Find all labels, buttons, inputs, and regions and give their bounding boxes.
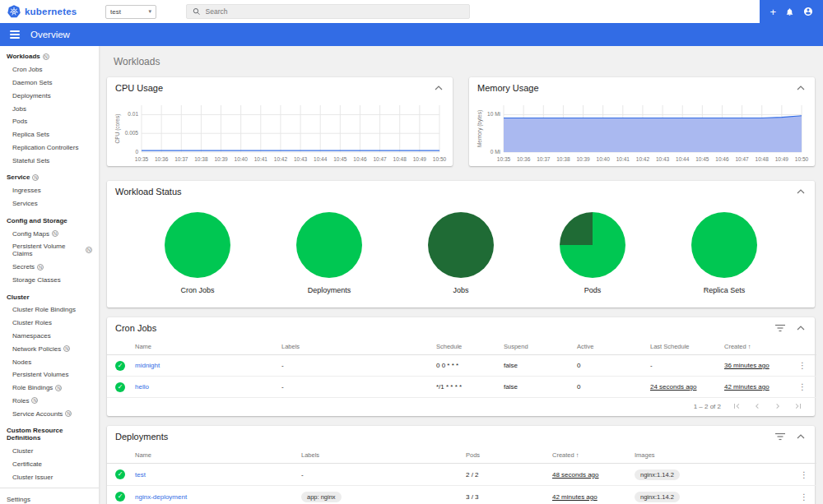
sidebar-item-pods[interactable]: Pods (0, 115, 99, 128)
sidebar-item-label: Persistent Volume Claims (12, 243, 83, 257)
pagination-range: 1 – 2 of 2 (694, 403, 721, 410)
cell-pods: 3 / 3 (463, 486, 549, 504)
sidebar-item-cron-jobs[interactable]: Cron Jobs (0, 63, 99, 76)
name-link[interactable]: midnight (135, 362, 160, 369)
workload-status-pies: Cron JobsDeploymentsJobsPodsReplica Sets (107, 202, 815, 307)
collapse-button[interactable] (433, 84, 444, 92)
sidebar-item-services[interactable]: Services (0, 197, 99, 210)
previous-page-button[interactable] (752, 401, 762, 411)
column-header-labels[interactable]: Labels (298, 447, 463, 464)
sidebar-item-stateful-sets[interactable]: Stateful Sets (0, 154, 99, 167)
search-bar (186, 4, 470, 19)
brand-link[interactable]: kubernetes (0, 5, 99, 18)
status-column-header (107, 447, 132, 464)
sidebar-item-persistent-volume-claims[interactable]: Persistent Volume ClaimsN (0, 240, 99, 261)
page-title: Workloads (114, 56, 815, 67)
svg-text:10:42: 10:42 (274, 156, 288, 162)
name-link[interactable]: hello (135, 383, 149, 391)
sidebar-item-ingresses[interactable]: Ingresses (0, 184, 99, 197)
column-header-name[interactable]: Name (132, 339, 278, 355)
table-row-hello: ✓hello-*/1 * * * *false024 seconds ago42… (107, 377, 816, 398)
column-header-last-schedule[interactable]: Last Schedule (647, 339, 721, 355)
sidebar-item-cluster-issuer[interactable]: Cluster Issuer (0, 470, 99, 483)
namespaced-badge-icon: N (63, 345, 70, 352)
account-button[interactable] (803, 7, 813, 16)
sidebar-item-certificate[interactable]: Certificate (0, 458, 99, 471)
filter-button[interactable] (774, 431, 787, 442)
sidebar-item-nodes[interactable]: Nodes (0, 355, 99, 368)
cell-created: 42 minutes ago (721, 377, 792, 398)
sidebar-item-cluster-role-bindings[interactable]: Cluster Role Bindings (0, 303, 99, 317)
column-header-name[interactable]: Name (132, 447, 298, 464)
actions-column-header (792, 339, 816, 355)
column-header-active[interactable]: Active (574, 339, 647, 355)
cell-name: nginx-deployment (132, 486, 298, 504)
menu-button[interactable] (8, 29, 21, 40)
first-page-button[interactable] (732, 401, 742, 411)
relative-time: 24 seconds ago (650, 383, 697, 391)
column-header-schedule[interactable]: Schedule (433, 339, 500, 355)
collapse-button[interactable] (795, 324, 807, 332)
collapse-button[interactable] (795, 187, 807, 196)
cell-name: midnight (132, 355, 278, 377)
sidebar-item-network-policies[interactable]: Network PoliciesN (0, 342, 99, 355)
create-resource-button[interactable]: + (770, 7, 776, 17)
sidebar-item-label: Stateful Sets (12, 157, 49, 164)
filter-button[interactable] (774, 322, 787, 334)
sidebar-item-secrets[interactable]: SecretsN (0, 261, 99, 274)
sidebar-item-daemon-sets[interactable]: Daemon Sets (0, 76, 99, 90)
svg-text:10:48: 10:48 (756, 156, 770, 162)
sidebar-item-cluster-roles[interactable]: Cluster Roles (0, 317, 99, 330)
sidebar-item-jobs[interactable]: Jobs (0, 102, 99, 115)
sidebar-item-replica-sets[interactable]: Replica Sets (0, 128, 99, 141)
sidebar-item-persistent-volumes[interactable]: Persistent Volumes (0, 368, 99, 381)
sidebar-item-namespaces[interactable]: Namespaces (0, 330, 99, 343)
row-menu-button[interactable]: ⋮ (797, 492, 811, 502)
sidebar-item-storage-classes[interactable]: Storage Classes (0, 274, 99, 287)
chip: nginx:1.14.2 (635, 492, 680, 502)
row-menu-button[interactable]: ⋮ (797, 470, 811, 479)
name-link[interactable]: nginx-deployment (135, 493, 187, 501)
column-header-suspend[interactable]: Suspend (500, 339, 574, 355)
sidebar-item-workloads[interactable]: WorkloadsN (0, 50, 99, 63)
sidebar-item-settings[interactable]: Settings (0, 492, 99, 504)
last-page-button[interactable] (793, 401, 803, 411)
collapse-button[interactable] (795, 432, 807, 441)
cell-name: test (132, 464, 298, 486)
sidebar-item-deployments[interactable]: Deployments (0, 89, 99, 102)
column-header-created[interactable]: Created ↑ (549, 447, 631, 464)
column-header-pods[interactable]: Pods (463, 447, 549, 464)
collapse-button[interactable] (795, 84, 807, 92)
next-page-button[interactable] (773, 401, 783, 411)
sidebar-item-service[interactable]: ServiceN (0, 171, 99, 184)
name-link[interactable]: test (135, 471, 146, 479)
sidebar-nav: WorkloadsNCron JobsDaemon SetsDeployment… (0, 46, 99, 504)
sidebar-item-roles[interactable]: RolesN (0, 395, 99, 408)
svg-text:10:45: 10:45 (333, 156, 347, 162)
notifications-button[interactable] (785, 7, 794, 16)
row-menu-button[interactable]: ⋮ (795, 382, 810, 391)
svg-text:0: 0 (135, 149, 138, 155)
namespace-select[interactable]: test ▾ (105, 5, 156, 19)
column-header-images[interactable]: Images (631, 447, 793, 464)
sidebar-item-label: Pods (12, 118, 27, 125)
sidebar-item-role-bindings[interactable]: Role BindingsN (0, 381, 99, 395)
column-header-created[interactable]: Created ↑ (721, 339, 792, 355)
svg-text:10:36: 10:36 (517, 156, 531, 162)
workload-pie-deployments: Deployments (296, 212, 362, 294)
svg-text:10:41: 10:41 (616, 156, 630, 162)
sidebar-item-service-accounts[interactable]: Service AccountsN (0, 407, 99, 420)
namespaced-badge-icon: N (55, 385, 62, 391)
row-menu-button[interactable]: ⋮ (795, 361, 810, 370)
column-header-labels[interactable]: Labels (278, 339, 433, 355)
sidebar-item-cluster[interactable]: Cluster (0, 445, 99, 458)
sidebar-item-label: Cluster Roles (12, 319, 52, 326)
svg-text:10:37: 10:37 (174, 156, 188, 162)
card-title: Workload Status (115, 187, 182, 197)
cell-schedule: 0 0 * * * (433, 355, 500, 377)
sidebar-item-replication-controllers[interactable]: Replication Controllers (0, 141, 99, 154)
sidebar-item-label: Network Policies (12, 345, 61, 353)
sidebar-item-config-maps[interactable]: Config MapsN (0, 227, 99, 240)
sidebar-item-label: Certificate (12, 460, 42, 468)
search-input[interactable] (206, 7, 463, 16)
